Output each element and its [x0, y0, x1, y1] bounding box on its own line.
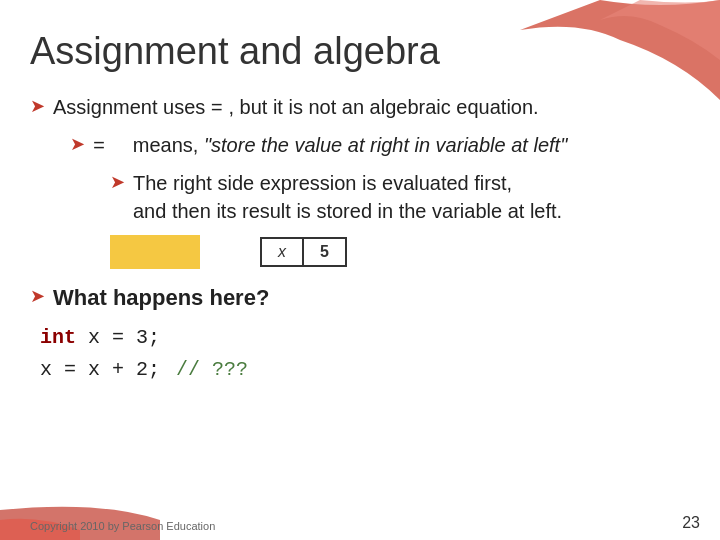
main-bullet-1: ➤ Assignment uses = , but it is not an a… [30, 93, 690, 123]
sub-bullet-1: ➤ = means, "store the value at right in … [70, 131, 690, 161]
code-line-2-main: x = x + 2; [40, 354, 160, 386]
code-keyword-int: int [40, 322, 76, 354]
bullet-icon-1: ➤ [30, 95, 45, 117]
code-line-1-rest: x = 3; [76, 322, 160, 354]
sub-bullet-icon-1: ➤ [70, 133, 85, 155]
what-happens-bullet: ➤ What happens here? [30, 283, 690, 314]
code-section: int x = 3; x = x + 2; // ??? [40, 322, 690, 386]
slide-number: 23 [682, 514, 700, 532]
what-happens-text: What happens here? [53, 283, 269, 314]
slide-container: Assignment and algebra ➤ Assignment uses… [0, 0, 720, 540]
subsub-bullet-1: ➤ The right side expression is evaluated… [110, 169, 690, 225]
var-name-cell: x [262, 239, 304, 265]
subsub-bullet-text-1: The right side expression is evaluated f… [133, 169, 562, 225]
copyright-text: Copyright 2010 by Pearson Education [30, 520, 215, 532]
yellow-highlight-box [110, 235, 200, 269]
main-bullet-text-1: Assignment uses = , but it is not an alg… [53, 93, 539, 123]
sub-bullet-text-1: = means, "store the value at right in va… [93, 131, 567, 161]
what-happens-bullet-icon: ➤ [30, 285, 45, 307]
variable-table: x 5 [260, 237, 347, 267]
var-box-area: x 5 [110, 235, 690, 269]
var-value-cell: 5 [304, 239, 345, 265]
slide-title: Assignment and algebra [30, 30, 690, 73]
subsub-bullet-icon-1: ➤ [110, 171, 125, 193]
code-comment: // ??? [176, 354, 248, 386]
code-line-1: int x = 3; [40, 322, 690, 354]
code-line-2: x = x + 2; // ??? [40, 354, 690, 386]
